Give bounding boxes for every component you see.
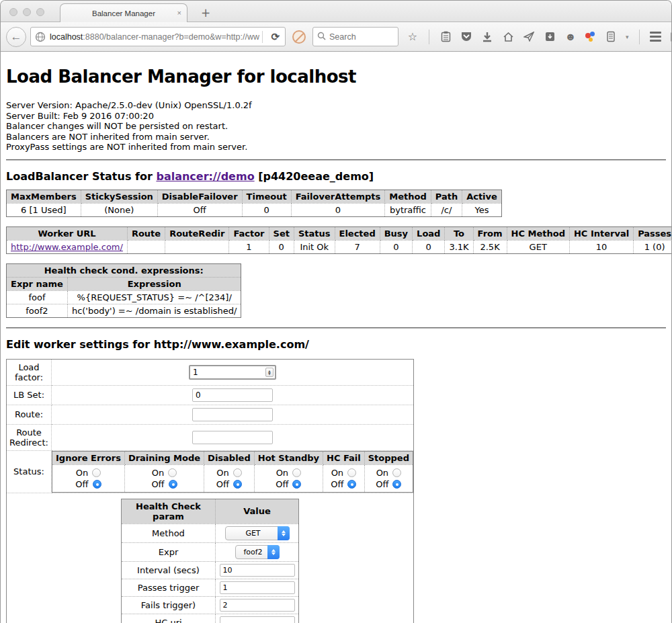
status-cell-stopped: On Off	[364, 464, 413, 492]
interval-row: Interval (secs)	[122, 561, 299, 579]
edit-worker-heading: Edit worker settings for http://www.exam…	[6, 338, 666, 351]
table-row: 6 [1 Used] (None) Off 0 0 bytraffic /c/ …	[7, 203, 502, 216]
browser-tab[interactable]: Balancer Manager ×	[60, 3, 187, 22]
interval-label: Interval (secs)	[122, 561, 216, 579]
status-cell-disabled: On Off	[204, 464, 255, 492]
save-panel-icon[interactable]	[544, 31, 556, 43]
proxypass-note-line: ProxyPass settings are NOT inherited fro…	[6, 142, 666, 153]
reload-icon[interactable]: ⟳	[265, 31, 285, 43]
table-header-row: Worker URL Route RouteRedir Factor Set S…	[7, 226, 672, 240]
table-header-row: Ignore Errors Draining Mode Disabled Hot…	[52, 451, 413, 464]
balancer-demo-link[interactable]: balancer://demo	[156, 170, 254, 183]
radio-draining-mode-on[interactable]	[168, 468, 177, 477]
radio-hc-fail-off[interactable]	[347, 480, 356, 489]
tab-close-icon[interactable]: ×	[177, 9, 181, 17]
balancer-status-table: MaxMembers StickySession DisableFailover…	[6, 190, 502, 217]
lb-set-input[interactable]	[192, 388, 273, 402]
status-cell-ignore-errors: On Off	[52, 464, 125, 492]
health-check-expr-table: Health check cond. expressions: Expr nam…	[6, 263, 241, 318]
hc-uri-row: HC uri	[122, 614, 299, 623]
passes-input[interactable]	[220, 581, 295, 594]
expr-select[interactable]: foof2	[235, 545, 280, 559]
radio-ignore-errors-off[interactable]	[93, 480, 101, 489]
load-factor-input[interactable]	[189, 365, 276, 380]
radio-disabled-off[interactable]	[233, 480, 242, 489]
fails-row: Fails trigger)	[122, 596, 299, 614]
fails-input[interactable]	[220, 599, 295, 612]
status-radio-table: Ignore Errors Draining Mode Disabled Hot…	[52, 451, 413, 493]
interval-input[interactable]	[220, 564, 295, 577]
table-row: http://www.example.com/ 1 0 Init Ok 7 0 …	[7, 240, 672, 253]
browser-window: Balancer Manager × + ← localhost:8880/ba…	[0, 0, 672, 623]
toolbar-icons: ☆ ☻ ▾	[407, 30, 672, 44]
edit-worker-form: Load factor: ▲▼ LB Set: Route: Route Red…	[6, 359, 414, 623]
status-cell-hot-standby: On Off	[254, 464, 323, 492]
route-label: Route:	[7, 405, 52, 424]
passes-label: Passes trigger	[122, 579, 216, 596]
radio-hc-fail-on[interactable]	[347, 468, 356, 477]
send-icon[interactable]	[523, 31, 535, 43]
server-built-line: Server Built: Feb 9 2016 07:00:20	[6, 111, 666, 122]
method-label: Method	[122, 524, 216, 542]
radio-hot-standby-on[interactable]	[292, 468, 301, 477]
smiley-icon[interactable]: ☻	[564, 31, 577, 43]
url-text[interactable]: localhost:8880/balancer-manager?b=demo&w…	[50, 32, 259, 42]
zoom-window-button[interactable]	[36, 8, 44, 16]
url-bar[interactable]: localhost:8880/balancer-manager?b=demo&w…	[30, 27, 286, 46]
search-input[interactable]	[329, 32, 387, 42]
tab-bar: Balancer Manager × +	[1, 1, 671, 22]
table-header-row: Expr name Expression	[7, 277, 241, 290]
hc-uri-label: HC uri	[122, 614, 216, 623]
close-window-button[interactable]	[9, 8, 17, 16]
worker-url-link[interactable]: http://www.example.com/	[11, 242, 123, 252]
worker-status-table: Worker URL Route RouteRedir Factor Set S…	[6, 226, 672, 254]
radio-stopped-on[interactable]	[392, 468, 401, 477]
clipboard-icon[interactable]	[439, 31, 452, 43]
globe-icon	[31, 32, 50, 42]
table-title-row: Health check cond. expressions:	[7, 263, 241, 277]
method-row: Method GET	[122, 524, 299, 542]
star-icon[interactable]: ☆	[407, 31, 419, 43]
minimize-window-button[interactable]	[23, 8, 31, 16]
route-redirect-label: Route Redirect:	[7, 424, 52, 450]
table-row: foof %{REQUEST_STATUS} =~ /^[234]/	[7, 290, 241, 304]
select-stepper-icon	[278, 526, 290, 540]
route-redirect-row: Route Redirect:	[7, 424, 414, 450]
route-redirect-input[interactable]	[192, 431, 273, 444]
route-input[interactable]	[192, 408, 273, 421]
extension-panel-icon[interactable]	[605, 31, 617, 43]
status-cell-hc-fail: On Off	[323, 464, 365, 492]
radio-ignore-errors-on[interactable]	[92, 468, 101, 477]
status-row: Status: Ignore Errors Draining Mode Disa…	[7, 450, 414, 493]
radio-disabled-on[interactable]	[233, 468, 242, 477]
new-tab-button[interactable]: +	[196, 6, 216, 19]
number-spinner-icon[interactable]: ▲▼	[265, 368, 274, 377]
radio-stopped-off[interactable]	[392, 480, 401, 489]
route-row: Route:	[7, 405, 414, 424]
expr-row: Expr foof2	[122, 542, 299, 561]
expr-label: Expr	[122, 542, 216, 561]
method-select[interactable]: GET	[225, 526, 290, 540]
hc-uri-input[interactable]	[220, 616, 295, 623]
chevron-down-icon[interactable]: ▾	[626, 34, 629, 40]
navigation-toolbar: ← localhost:8880/balancer-manager?b=demo…	[1, 22, 671, 52]
menu-icon[interactable]	[650, 31, 662, 43]
balancers-note-line: Balancers are NOT inherited from main se…	[6, 132, 666, 142]
colored-dots-icon[interactable]	[585, 32, 596, 42]
fails-label: Fails trigger)	[122, 596, 216, 614]
load-factor-label: Load factor:	[7, 359, 52, 385]
pocket-icon[interactable]	[460, 31, 472, 43]
table-header-row: Health Check param Value	[122, 499, 299, 524]
download-icon[interactable]	[481, 31, 493, 43]
back-button[interactable]: ←	[6, 27, 26, 47]
status-cell-draining-mode: On Off	[124, 464, 204, 492]
lb-set-row: LB Set:	[7, 385, 414, 405]
search-bar[interactable]	[312, 27, 398, 46]
radio-draining-mode-off[interactable]	[169, 480, 177, 489]
tab-title: Balancer Manager	[92, 9, 155, 17]
table-row: foof2 hc('body') =~ /domain is establish…	[7, 304, 241, 317]
home-icon[interactable]	[502, 31, 514, 43]
select-stepper-icon	[267, 545, 280, 559]
content-block-icon[interactable]	[292, 30, 306, 44]
radio-hot-standby-off[interactable]	[292, 480, 301, 489]
